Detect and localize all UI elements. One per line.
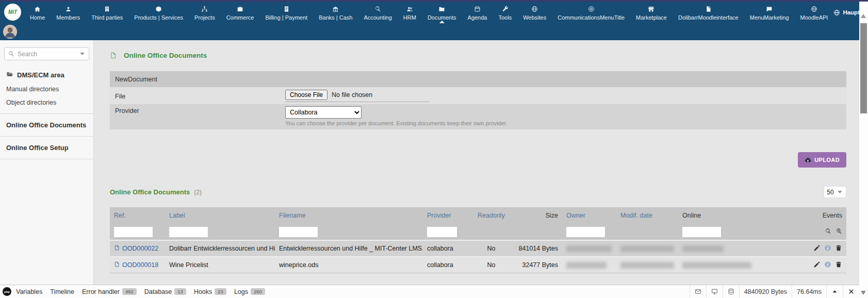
choose-file-button[interactable]: Choose File bbox=[285, 90, 327, 100]
document-ref-link[interactable]: OOD000022 bbox=[114, 244, 158, 253]
nav-item-third-parties[interactable]: Third parties bbox=[86, 2, 128, 23]
sidebar-divider bbox=[0, 136, 93, 137]
edit-pencil-icon[interactable] bbox=[813, 244, 821, 253]
nav-item-menumarketing[interactable]: MenuMarketing bbox=[744, 2, 795, 23]
close-icon[interactable] bbox=[848, 288, 855, 295]
cell-readonly: No bbox=[467, 241, 516, 256]
folder-open-icon bbox=[6, 71, 13, 79]
filter-cell-events bbox=[756, 224, 846, 240]
nav-item-communicationsmenutitle[interactable]: CommunicationsMenuTitle bbox=[552, 2, 630, 23]
info-icon[interactable] bbox=[824, 261, 831, 270]
debugbar-item-database[interactable]: Database13 bbox=[144, 288, 186, 295]
column-header-owner[interactable]: Owner bbox=[562, 207, 616, 224]
delete-trash-icon[interactable] bbox=[835, 261, 842, 270]
cell-owner bbox=[562, 241, 616, 256]
column-header-events: Events bbox=[756, 207, 846, 224]
app-logo[interactable]: MiT bbox=[4, 4, 21, 21]
upload-button[interactable]: UPLOAD bbox=[798, 152, 846, 168]
apply-filter-search-icon[interactable] bbox=[825, 227, 831, 237]
delete-trash-icon[interactable] bbox=[835, 244, 842, 253]
user-avatar[interactable] bbox=[3, 25, 17, 39]
nav-item-commerce[interactable]: Commerce bbox=[221, 2, 260, 23]
debugbar-item-error-handler[interactable]: Error handler492 bbox=[82, 288, 137, 295]
scrollbar-thumb[interactable] bbox=[860, 23, 867, 113]
nav-item-billing-payment[interactable]: Billing | Payment bbox=[259, 2, 313, 23]
main-menu: HomeMembersThird partiesProducts | Servi… bbox=[24, 2, 833, 23]
filter-cell-online bbox=[678, 224, 756, 240]
nav-item-agenda[interactable]: Agenda bbox=[462, 2, 493, 23]
debugbar-item-logs[interactable]: Logs260 bbox=[234, 288, 265, 295]
filter-filename-input[interactable] bbox=[279, 227, 318, 237]
provider-select[interactable]: Collabora bbox=[285, 106, 362, 119]
nav-item-members[interactable]: Members bbox=[51, 2, 86, 23]
debugbar-item-variables[interactable]: Variables bbox=[16, 288, 42, 295]
nav-item-documents[interactable]: Documents bbox=[422, 2, 462, 23]
provider-hint: You can choose the provider per document… bbox=[285, 120, 507, 126]
cell-size: 841014 Bytes bbox=[516, 241, 562, 256]
building-icon bbox=[104, 5, 110, 13]
chevron-down-icon bbox=[837, 189, 843, 195]
sidebar-item-object-directories[interactable]: Object directories bbox=[0, 96, 93, 109]
vertical-scrollbar[interactable] bbox=[859, 2, 868, 298]
redacted-online bbox=[682, 262, 751, 269]
nav-item-moodleapi[interactable]: MoodleAPI bbox=[795, 2, 834, 23]
column-header-readonly[interactable]: Readonly bbox=[467, 207, 516, 224]
nav-item-label: Banks | Cash bbox=[319, 14, 352, 21]
sidebar-item-dms-ecm-area[interactable]: DMS/ECM area bbox=[0, 68, 93, 82]
info-icon[interactable] bbox=[824, 244, 831, 253]
page-title: Online Office Documents bbox=[110, 52, 846, 59]
cell-filename: Entwicklerressourcen und Hilfe _ MIT-Cen… bbox=[275, 241, 423, 256]
nav-item-banks-cash[interactable]: Banks | Cash bbox=[313, 2, 358, 23]
nav-item-websites[interactable]: Websites bbox=[517, 2, 552, 23]
scroll-up-arrow-icon[interactable] bbox=[861, 14, 866, 18]
list-title: Online Office Documents bbox=[110, 188, 190, 196]
filter-cell-modif bbox=[616, 224, 678, 240]
mail-icon[interactable] bbox=[695, 288, 701, 295]
column-header-label[interactable]: Label bbox=[165, 207, 275, 224]
cell-ref: OOD000018 bbox=[110, 257, 165, 273]
sidebar-item-online-office-setup[interactable]: Online Office Setup bbox=[0, 141, 93, 155]
filter-provider-input[interactable] bbox=[427, 227, 457, 237]
remove-filter-icon[interactable] bbox=[836, 227, 842, 237]
nav-item-marketplace[interactable]: Marketplace bbox=[630, 2, 673, 23]
debugbar-item-timeline[interactable]: Timeline bbox=[50, 288, 74, 295]
search-icon bbox=[8, 51, 14, 57]
nav-item-label: Accounting bbox=[364, 14, 391, 21]
filter-owner-input[interactable] bbox=[566, 227, 605, 237]
nav-item-dolibarrmoodleinterface[interactable]: DolibarrMoodleinterface bbox=[673, 2, 744, 23]
file-icon bbox=[114, 244, 120, 253]
nav-item-hrm[interactable]: HRM bbox=[398, 2, 422, 23]
collapse-up-icon[interactable] bbox=[831, 288, 838, 295]
monitor-icon[interactable] bbox=[711, 288, 718, 295]
file-row: File Choose File No file chosen bbox=[110, 87, 846, 104]
column-header-ref[interactable]: Ref. bbox=[110, 207, 165, 224]
no-file-chosen-text: No file chosen bbox=[332, 91, 372, 98]
search-input[interactable] bbox=[18, 51, 76, 58]
column-header-filename[interactable]: Filename bbox=[275, 207, 423, 224]
filter-label-input[interactable] bbox=[169, 227, 208, 237]
column-header-modif[interactable]: Modif. date bbox=[616, 207, 678, 224]
database-icon[interactable] bbox=[728, 288, 734, 295]
sidebar-item-online-office-documents[interactable]: Online Office Documents bbox=[0, 118, 93, 132]
nav-item-home[interactable]: Home bbox=[24, 2, 51, 23]
chevron-down-icon[interactable] bbox=[79, 51, 86, 57]
cell-events bbox=[756, 257, 846, 273]
filter-cell-label bbox=[165, 224, 275, 240]
comment-icon bbox=[766, 5, 773, 13]
page-size-select[interactable]: 50 bbox=[824, 186, 846, 198]
nav-item-tools[interactable]: Tools bbox=[493, 2, 517, 23]
cell-events bbox=[756, 241, 846, 256]
document-ref-link[interactable]: OOD000018 bbox=[114, 261, 158, 269]
sidebar-item-manual-directories[interactable]: Manual directories bbox=[0, 82, 93, 96]
nav-item-projects[interactable]: Projects bbox=[189, 2, 221, 23]
filter-ref-input[interactable] bbox=[114, 227, 153, 237]
edit-pencil-icon[interactable] bbox=[813, 261, 821, 270]
nav-item-accounting[interactable]: Accounting bbox=[358, 2, 397, 23]
php-debugbar-logo[interactable]: php bbox=[3, 287, 11, 296]
scroll-down-arrow-icon[interactable] bbox=[861, 291, 866, 295]
debugbar-item-hooks[interactable]: Hooks23 bbox=[194, 288, 226, 295]
filter-online-input[interactable] bbox=[682, 227, 721, 237]
nav-item-products-services[interactable]: Products | Services bbox=[128, 2, 189, 23]
redacted-modif bbox=[620, 262, 674, 269]
column-header-provider[interactable]: Provider bbox=[423, 207, 467, 224]
